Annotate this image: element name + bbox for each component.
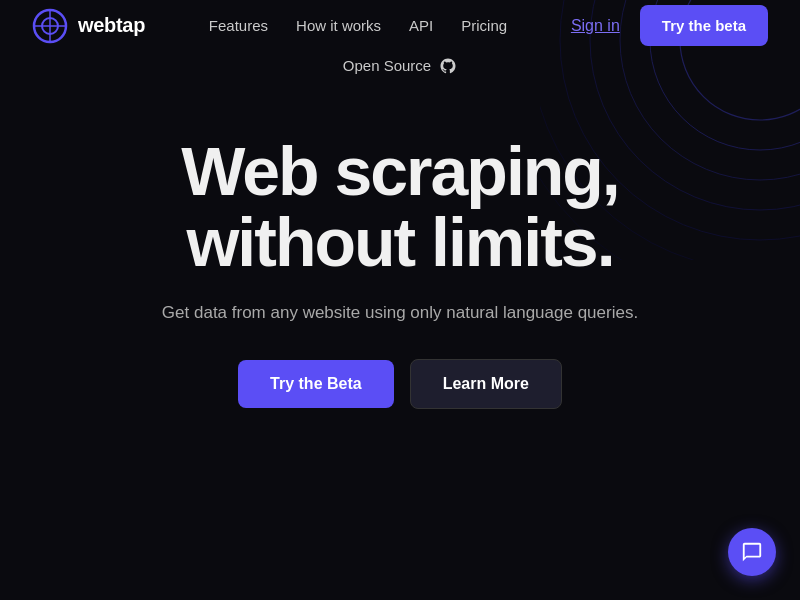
nav-links: Features How it works API Pricing — [209, 17, 507, 35]
hero-section: Web scraping, without limits. Get data f… — [0, 88, 800, 409]
open-source-link[interactable]: Open Source — [343, 57, 457, 75]
nav-pricing[interactable]: Pricing — [461, 17, 507, 34]
try-beta-button[interactable]: Try the beta — [640, 5, 768, 46]
try-beta-hero-button[interactable]: Try the Beta — [238, 360, 394, 408]
logo-link[interactable]: webtap — [32, 8, 145, 44]
hero-title: Web scraping, without limits. — [181, 136, 619, 279]
main-nav: webtap Features How it works API Pricing… — [0, 0, 800, 88]
nav-right: Sign in Try the beta — [571, 5, 768, 46]
nav-row2: Open Source — [32, 57, 768, 83]
chat-bubble-button[interactable] — [728, 528, 776, 576]
learn-more-button[interactable]: Learn More — [410, 359, 562, 409]
nav-features[interactable]: Features — [209, 17, 268, 34]
sign-in-link[interactable]: Sign in — [571, 17, 620, 35]
hero-subtitle: Get data from any website using only nat… — [162, 303, 638, 323]
logo-text: webtap — [78, 14, 145, 37]
hero-buttons: Try the Beta Learn More — [238, 359, 562, 409]
nav-api[interactable]: API — [409, 17, 433, 34]
nav-how-it-works[interactable]: How it works — [296, 17, 381, 34]
logo-icon — [32, 8, 68, 44]
github-icon — [439, 57, 457, 75]
chat-icon — [741, 541, 763, 563]
